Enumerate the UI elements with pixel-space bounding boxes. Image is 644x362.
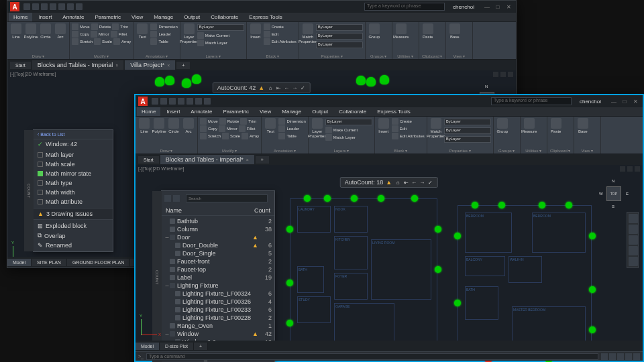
ucs-icon[interactable]: XY — [141, 315, 161, 335]
model-tab[interactable]: Model — [136, 343, 160, 350]
checkbox[interactable] — [38, 171, 43, 176]
block-row[interactable]: Range_Oven1 — [162, 322, 274, 330]
quick-access-toolbar[interactable] — [23, 3, 83, 10]
lineweight-dropdown[interactable]: ByLayer — [316, 33, 363, 40]
text-button[interactable]: Text — [136, 23, 149, 45]
block-row[interactable]: Faucet-top2 — [162, 265, 274, 274]
viewport-label[interactable]: [-][Top][2D Wireframe] — [10, 72, 56, 76]
circle-button[interactable]: Circle — [39, 23, 52, 45]
move-icon[interactable] — [72, 23, 78, 30]
command-input[interactable] — [146, 353, 598, 360]
tab-insert[interactable]: Insert — [162, 107, 184, 116]
copy-icon[interactable] — [72, 31, 78, 38]
scale-icon[interactable] — [94, 38, 101, 45]
base-button[interactable]: Base — [576, 118, 590, 139]
match-option[interactable]: Math mirror state — [34, 169, 113, 178]
expand-toggle[interactable]: – — [164, 234, 170, 241]
match-option[interactable]: Math type — [34, 178, 113, 188]
count-palette[interactable]: COUNT NameCount Bathtub2Column38–Door▲Do… — [161, 190, 275, 362]
prev-icon[interactable]: ← — [411, 179, 417, 186]
check-icon[interactable]: ✓ — [299, 84, 306, 91]
status-icon[interactable] — [617, 353, 624, 360]
block-row[interactable]: Door_Double▲6 — [162, 241, 274, 249]
status-icon[interactable] — [625, 353, 632, 360]
block-row[interactable]: Bathtub2 — [162, 217, 274, 225]
navigation-bar[interactable] — [627, 212, 639, 268]
next-icon[interactable]: → — [291, 84, 298, 91]
drawing-issues-header[interactable]: ▲3 Drawing Issues — [34, 208, 113, 220]
doc-tab-1[interactable]: Villa Project*× — [125, 60, 175, 70]
edit-attr-icon[interactable] — [264, 38, 270, 45]
mirror-icon[interactable] — [91, 31, 97, 38]
match-option[interactable]: Math attribute — [34, 197, 113, 206]
tab-home[interactable]: Home — [137, 107, 160, 116]
panel-title[interactable]: Utilities ▾ — [394, 53, 417, 58]
circle-button[interactable]: Circle — [167, 118, 180, 139]
username[interactable]: chenchoi — [580, 99, 601, 105]
tab-collaborate[interactable]: Collaborate — [206, 13, 243, 21]
tab-express[interactable]: Express Tools — [244, 13, 287, 21]
layout-tab[interactable]: D-size Plot — [160, 343, 194, 350]
text-button[interactable]: Text — [264, 118, 277, 139]
tab-parametric[interactable]: Parametric — [218, 107, 254, 116]
block-row[interactable]: Faucet-front2 — [162, 257, 274, 265]
block-row[interactable]: Lighting Fixture_LF002336 — [162, 306, 274, 314]
paste-button[interactable]: Paste — [421, 23, 435, 45]
dimension-icon[interactable] — [150, 23, 157, 30]
tab-annotate[interactable]: Annotate — [186, 107, 217, 116]
match-option[interactable]: Math layer — [34, 150, 113, 160]
tab-annotate[interactable]: Annotate — [58, 13, 89, 21]
tab-collaborate[interactable]: Collaborate — [334, 107, 371, 116]
new-tab-button[interactable]: + — [176, 62, 190, 69]
expand-toggle[interactable]: – — [164, 330, 170, 337]
color-dropdown[interactable]: ByLayer — [316, 24, 363, 31]
home-icon[interactable]: ⌂ — [267, 84, 274, 91]
prev-icon[interactable]: ← — [283, 84, 290, 91]
panel-title[interactable]: Annotation ▾ — [136, 53, 177, 58]
drawing-canvas[interactable]: [-][Top][2D Wireframe] AutoCount: 18 ▲ ⌂… — [136, 165, 643, 341]
block-row[interactable]: Column38 — [162, 225, 274, 233]
paste-button[interactable]: Paste — [549, 118, 563, 139]
issue-row[interactable]: ⧉Overlap — [34, 231, 113, 241]
tab-view[interactable]: View — [255, 107, 276, 116]
home-icon[interactable]: ⌂ — [394, 179, 401, 186]
table-icon[interactable] — [150, 38, 157, 45]
tab-output[interactable]: Output — [179, 13, 205, 21]
measure-button[interactable]: Measure — [523, 118, 536, 139]
first-icon[interactable]: ⇤ — [275, 84, 282, 91]
app-logo[interactable]: A — [138, 97, 148, 106]
autocount-toolbar[interactable]: AutoCount: 18 ▲ ⌂ ⇤ ← → ✓ — [340, 177, 438, 188]
refresh-icon[interactable] — [164, 195, 171, 202]
checkbox[interactable] — [38, 180, 43, 186]
leader-icon[interactable] — [150, 31, 157, 38]
status-icon[interactable] — [633, 353, 640, 360]
match-option[interactable]: Math width — [34, 188, 113, 197]
expand-icon[interactable] — [173, 195, 180, 202]
tab-manage[interactable]: Manage — [149, 13, 178, 21]
col-name[interactable]: Name — [166, 207, 254, 214]
layer-dropdown[interactable]: ByLayer — [197, 24, 244, 31]
block-row[interactable]: Lighting Fixture_LF003246 — [162, 290, 274, 298]
close-icon[interactable]: × — [246, 158, 249, 162]
tab-view[interactable]: View — [127, 13, 148, 21]
search-box[interactable]: Type a keyword or phrase — [491, 97, 572, 105]
status-icon[interactable] — [601, 353, 608, 360]
panel-title[interactable]: Properties ▾ — [301, 53, 363, 58]
panel-title[interactable]: View ▾ — [448, 53, 470, 58]
minimize-button[interactable]: — — [609, 98, 619, 105]
close-icon[interactable]: × — [167, 63, 170, 68]
command-line[interactable]: >_ — [136, 351, 643, 361]
tab-output[interactable]: Output — [307, 107, 333, 116]
checkbox[interactable] — [38, 152, 43, 158]
check-icon[interactable]: ✓ — [427, 179, 433, 186]
edit-icon[interactable] — [264, 31, 270, 38]
arc-button[interactable]: Arc — [54, 23, 67, 45]
block-row[interactable]: –Lighting Fixture — [162, 282, 274, 290]
col-count[interactable]: Count — [254, 207, 270, 214]
panel-title[interactable]: Modify ▾ — [72, 53, 131, 58]
search-input[interactable] — [186, 194, 268, 202]
back-to-list[interactable]: ‹ Back to List — [34, 130, 113, 139]
stretch-icon[interactable] — [72, 38, 78, 45]
panel-title[interactable]: Groups ▾ — [368, 53, 390, 58]
array-icon[interactable] — [113, 38, 120, 45]
